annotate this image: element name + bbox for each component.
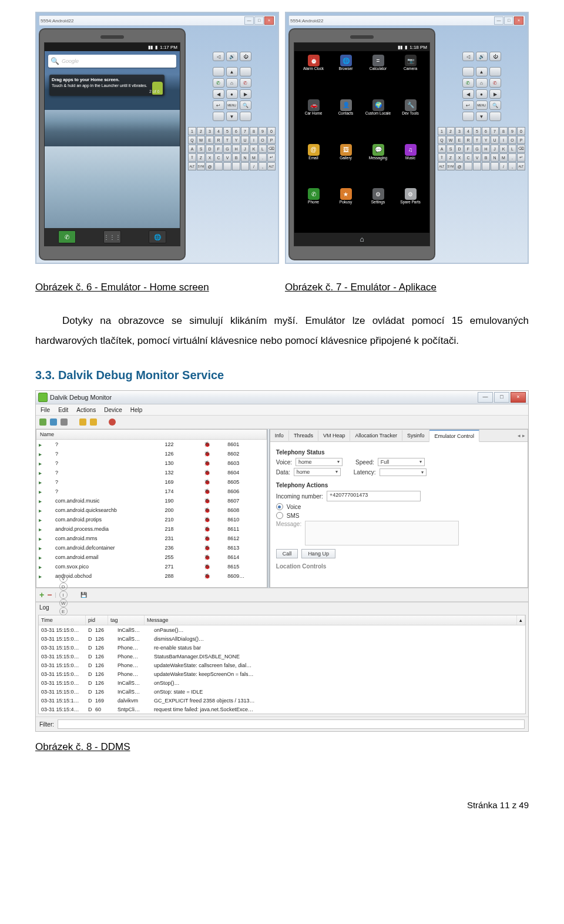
speed-select[interactable]: Full▾ [378,458,425,466]
key[interactable] [473,162,481,170]
key[interactable]: E [455,136,464,144]
key[interactable]: / [499,162,508,170]
key[interactable]: ⇧ [438,153,446,162]
log-row[interactable]: 03-31 15:15:0…D126InCallS…onPause()… [39,625,525,634]
key[interactable]: 5 [473,127,481,135]
key[interactable]: ALT [267,162,276,170]
log-row[interactable]: 03-31 15:15:0…D126Phone…StatusBarManager… [39,652,525,661]
ddms-titlebar[interactable]: Dalvik Debug Monitor — □ × [36,391,528,404]
call-button[interactable]: Call [276,549,298,558]
key[interactable]: Q [438,136,446,144]
power-icon[interactable]: ⏻ [240,52,251,61]
key[interactable]: ALT [517,162,525,170]
key[interactable]: P [517,136,525,144]
process-row[interactable]: ▸com.android.music190🐞8607 [36,496,267,505]
key[interactable]: I [499,136,508,144]
tab-info[interactable]: Info [270,430,289,441]
key[interactable]: T [473,136,481,144]
home-icon[interactable]: ⌂ [476,78,488,88]
process-pane[interactable]: Name ▸?122🐞8601▸?126🐞8602▸?130🐞8603▸?132… [36,429,267,588]
process-row[interactable]: ▸com.android.mms231🐞8612 [36,534,267,543]
key[interactable]: A [438,145,446,153]
key[interactable]: ⌫ [517,145,525,153]
key[interactable]: 5 [223,127,231,135]
menu-edit[interactable]: Edit [58,407,68,413]
loglevel-D[interactable]: D [59,582,68,591]
key[interactable]: / [250,162,258,170]
dpad-ok-icon[interactable]: ● [226,89,238,99]
key[interactable]: C [214,153,223,162]
key[interactable]: E [206,136,214,144]
key[interactable]: 4 [214,127,223,135]
key[interactable]: G [223,145,231,153]
key[interactable]: Q [188,136,196,144]
key[interactable]: ↵ [517,153,525,162]
process-row[interactable]: ▸?130🐞8603 [36,458,267,468]
app-camera[interactable]: 📷Camera [395,55,426,98]
key[interactable]: Y [482,136,490,144]
app-music[interactable]: ♫Music [395,144,426,188]
key[interactable]: 0 [267,127,276,135]
loglevel-E[interactable]: E [59,607,68,615]
key[interactable]: O [258,136,267,144]
key[interactable]: ALT [438,162,446,170]
search-hw-icon[interactable]: 🔍 [489,101,501,110]
key[interactable]: U [491,136,499,144]
minimize-icon[interactable]: — [244,16,254,25]
key[interactable]: , [508,162,516,170]
process-row[interactable]: ▸com.svox.pico271🐞8615 [36,562,267,571]
app-settings[interactable]: ⚙Settings [362,188,394,232]
key[interactable]: @ [455,162,464,170]
log-rows[interactable]: 03-31 15:15:0…D126InCallS…onPause()…03-3… [39,625,525,714]
process-row[interactable]: ▸com.android.defcontainer236🐞8613 [36,543,267,553]
key[interactable]: I [250,136,258,144]
maximize-icon[interactable]: □ [504,16,513,25]
toolbar-icon[interactable] [50,419,57,426]
loglevel-V[interactable]: V [59,574,68,582]
close-icon[interactable]: × [514,16,523,25]
key[interactable]: ↵ [267,153,276,162]
ddms-toolbar[interactable] [36,416,528,429]
dpad-right-icon[interactable]: ▶ [240,89,251,99]
toolbar-icon[interactable] [90,419,97,426]
process-row[interactable]: ▸?169🐞8605 [36,477,267,487]
key[interactable]: 1 [188,127,196,135]
tab-allocation-tracker[interactable]: Allocation Tracker [350,430,402,441]
col-pid[interactable]: pid [86,615,108,625]
app-contacts[interactable]: 👤Contacts [330,99,361,143]
key[interactable]: F [464,145,472,153]
key[interactable]: 8 [250,127,258,135]
remove-icon[interactable]: − [47,590,52,600]
log-row[interactable]: 03-31 15:15:0…D126Phone…updateWakeState:… [39,669,525,678]
key[interactable]: R [464,136,472,144]
voice-select[interactable]: home▾ [296,458,343,466]
app-calculator[interactable]: =Calculator [362,55,394,98]
app-alarm-clock[interactable]: ⏰Alarm Clock [298,55,329,98]
dock-browser-icon[interactable]: 🌐 [149,230,166,243]
close-icon[interactable]: × [264,16,274,25]
trash-icon[interactable] [61,419,68,426]
process-row[interactable]: ▸android.process.media218🐞8611 [36,524,267,534]
app-car-home[interactable]: 🚗Car Home [298,99,329,143]
process-row[interactable]: ▸com.android.protips210🐞8610 [36,515,267,524]
app-phone[interactable]: ✆Phone [298,188,329,232]
key[interactable]: W [197,136,205,144]
process-row[interactable]: ▸?122🐞8601 [36,440,267,449]
key[interactable]: B [482,153,490,162]
log-toolbar[interactable]: + − | V D I W E 💾 [36,588,528,602]
app-messaging[interactable]: 💬Messaging [362,144,394,188]
filter-input[interactable] [58,719,525,729]
log-row[interactable]: 03-31 15:15:0…D126InCallS…onStop()… [39,678,525,687]
dpad-down-icon[interactable]: ▼ [226,112,238,121]
key[interactable]: A [188,145,196,153]
tab-sysinfo[interactable]: Sysinfo [402,430,430,441]
tab-emulator-control[interactable]: Emulator Control [429,430,479,442]
tab-bar[interactable]: InfoThreadsVM HeapAllocation TrackerSysi… [270,430,528,442]
virtual-keyboard[interactable]: 1234567890QWERTYUIOPASDFGHJKL⌫⇧ZXCVBNM.↵… [188,127,276,170]
col-time[interactable]: Time [39,615,86,625]
dpad-left-icon[interactable]: ◀ [462,89,474,99]
key[interactable]: H [482,145,490,153]
key[interactable]: 7 [241,127,249,135]
key[interactable] [232,162,240,170]
dpad-up-icon[interactable]: ▲ [226,67,238,76]
